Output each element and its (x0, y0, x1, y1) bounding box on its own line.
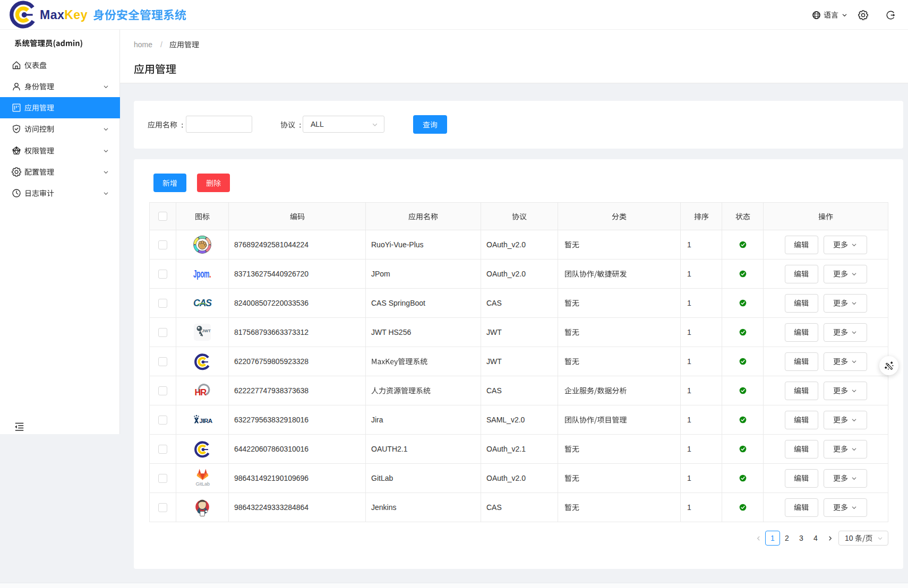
svg-text:JIRA: JIRA (200, 417, 213, 424)
svg-text:HR: HR (195, 387, 207, 397)
svg-text:GitLab: GitLab (196, 481, 210, 487)
svg-text:JWT: JWT (202, 328, 211, 333)
